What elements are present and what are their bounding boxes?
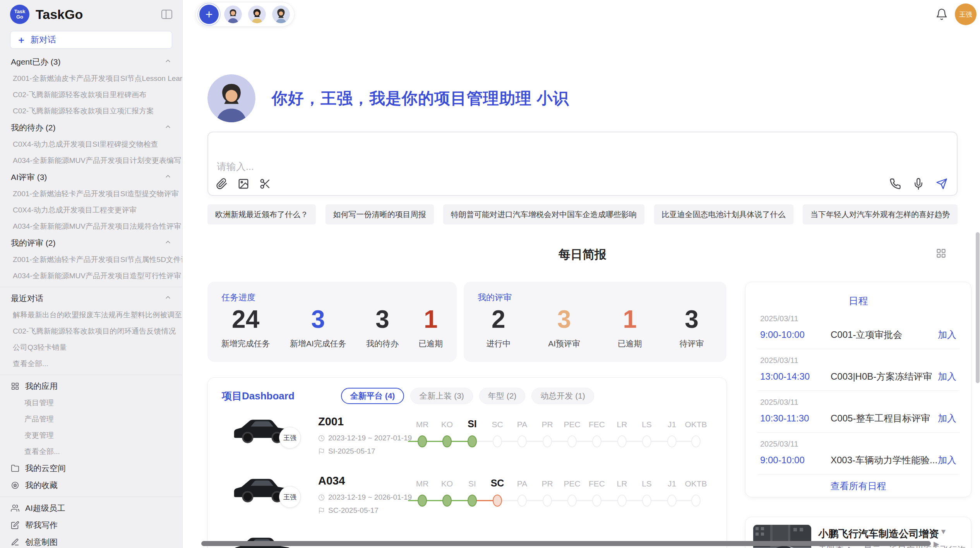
tab-year-model[interactable]: 年型 (2)	[479, 388, 526, 404]
stat-value: 1	[418, 306, 443, 333]
stat-label: 已逾期	[618, 338, 642, 349]
tab-powertrain[interactable]: 动总开发 (1)	[531, 388, 594, 404]
microphone-icon[interactable]	[913, 178, 924, 190]
sidebar-item-help-write[interactable]: 帮我写作	[0, 517, 182, 534]
suggestion-chips: 欧洲新规最近颁布了什么？ 如何写一份清晰的项目周报 特朗普可能对进口汽车增税会对…	[207, 204, 958, 224]
notification-bell-icon[interactable]	[935, 8, 948, 21]
new-chat-button[interactable]: ＋ 新对话	[10, 31, 172, 49]
app-link-change[interactable]: 变更管理	[0, 427, 182, 444]
project-flag-milestone: SC-2025-05-17	[318, 506, 379, 515]
milestone-label: PA	[517, 479, 527, 488]
schedule-date: 2025/03/11	[760, 440, 956, 449]
sidebar-section-my-review[interactable]: 我的评审 (2)	[0, 235, 182, 252]
user-avatar[interactable]: 王强	[955, 3, 977, 25]
sidebar-item[interactable]: Z001-全新燃油轻卡产品开发项目SI节点属性5D文件评审	[0, 252, 182, 268]
sidebar-item-creative-draw[interactable]: 创意制图	[0, 534, 182, 548]
collapse-sidebar-icon[interactable]	[161, 10, 172, 19]
stat-label: 待评审	[680, 338, 704, 349]
milestone-label: FEC	[589, 479, 605, 488]
attachment-icon[interactable]	[216, 178, 228, 190]
suggestion-chip[interactable]: 特朗普可能对进口汽车增税会对中国车企造成哪些影响	[443, 204, 644, 224]
send-icon[interactable]	[936, 178, 947, 190]
join-button[interactable]: 加入	[938, 412, 956, 425]
project-owner-badge: 王强	[279, 427, 301, 449]
schedule-date: 2025/03/11	[760, 398, 956, 407]
stat-value: 3	[548, 306, 580, 333]
join-button[interactable]: 加入	[938, 454, 956, 466]
milestone-label: PR	[541, 420, 553, 429]
sidebar-section-recent[interactable]: 最近对话	[0, 290, 182, 307]
apps-view-all[interactable]: 查看全部...	[0, 444, 182, 460]
sidebar-item[interactable]: A034-全新新能源MUV产品开发项目造型可行性评审	[0, 268, 182, 284]
sidebar-item-my-apps[interactable]: 我的应用	[0, 378, 182, 395]
app-link-product[interactable]: 产品管理	[0, 411, 182, 427]
chat-composer[interactable]: 请输入...	[207, 132, 958, 196]
milestone-dot	[517, 495, 527, 507]
suggestion-chip[interactable]: 比亚迪全固态电池计划具体说了什么	[654, 204, 793, 224]
logo-line-1: Task	[14, 9, 26, 14]
composer-right-tools	[889, 178, 947, 190]
suggestion-chip[interactable]: 如何写一份清晰的项目周报	[326, 204, 434, 224]
new-chat-label: 新对话	[31, 34, 56, 46]
milestone-dot	[567, 435, 577, 447]
agent-avatar[interactable]	[271, 5, 291, 24]
recent-chat-item[interactable]: 公司Q3轻卡销量	[0, 339, 182, 356]
suggestion-chip[interactable]: 当下年轻人对汽车外观有怎样的喜好趋势	[803, 204, 958, 224]
view-all-schedule-link[interactable]: 查看所有日程	[745, 480, 971, 492]
dashboard-title: 项目Dashboard	[222, 389, 295, 403]
schedule-event: X003-车辆动力学性能验...	[831, 454, 938, 466]
star-circle-icon	[11, 481, 19, 490]
recent-chat-item[interactable]: C02-飞腾新能源轻客改款项目的闭环通告反馈情况	[0, 323, 182, 339]
project-date-range: 2023-12-19 ~ 2026-01-19	[318, 493, 412, 502]
stat-in-progress: 2 进行中	[486, 306, 511, 349]
tab-new-body[interactable]: 全新上装 (3)	[410, 388, 473, 404]
milestone-dot	[642, 495, 651, 507]
milestone-label: SI	[468, 479, 476, 488]
sidebar-item[interactable]: C0X4-动力总成开发项目工程变更评审	[0, 202, 182, 218]
sidebar-item[interactable]: C02-飞腾新能源轻客改款项目立项汇报方案	[0, 103, 182, 119]
app-logo: Task Go	[10, 5, 29, 24]
sidebar-section-agent-done[interactable]: Agent已办 (3)	[0, 53, 182, 70]
scissors-icon[interactable]	[259, 178, 271, 190]
milestone-label: PA	[517, 420, 527, 429]
join-button[interactable]: 加入	[938, 370, 956, 383]
sidebar-item[interactable]: A034-全新新能源MUV产品开发项目法规符合性评审	[0, 218, 182, 235]
sidebar-header: Task Go TaskGo	[0, 0, 182, 29]
milestone-dot-done	[418, 435, 427, 447]
scroll-down-arrow[interactable]: ▼	[940, 527, 947, 536]
stat-label: AI预评审	[548, 338, 580, 349]
schedule-title: 日程	[745, 295, 971, 307]
tab-new-platform[interactable]: 全新平台 (4)	[341, 388, 404, 404]
recent-view-all[interactable]: 查看全部...	[0, 356, 182, 372]
sidebar-item[interactable]: C02-飞腾新能源轻客改款项目里程碑画布	[0, 87, 182, 103]
app-link-project[interactable]: 项目管理	[0, 395, 182, 411]
sidebar-item-ai-employee[interactable]: AI超级员工	[0, 500, 182, 517]
sidebar-item[interactable]: C0X4-动力总成开发项目SI里程碑提交物检查	[0, 136, 182, 152]
agent-avatar[interactable]	[247, 5, 267, 24]
vertical-scrollbar[interactable]	[976, 232, 980, 383]
phone-icon[interactable]	[889, 178, 901, 190]
sidebar-item[interactable]: Z001-全新燃油轻卡产品开发项目SI造型提交物评审	[0, 186, 182, 202]
sidebar-section-ai-review[interactable]: AI评审 (3)	[0, 169, 182, 186]
sidebar-item[interactable]: A034-全新新能源MUV产品开发项目计划变更表编写	[0, 152, 182, 169]
schedule-panel: 日程 2025/03/11 9:00-10:00 C001-立项审批会 加入 2…	[745, 282, 971, 497]
join-button[interactable]: 加入	[938, 329, 956, 341]
sidebar-item-favorites[interactable]: 我的收藏	[0, 477, 182, 494]
scroll-right-arrow[interactable]: ▶	[934, 539, 939, 548]
project-row[interactable]: 王强 A034 2023-12-19 ~ 2026-01-19 SC-2025-…	[208, 472, 726, 531]
sidebar-item-cloud-space[interactable]: 我的云空间	[0, 460, 182, 477]
sidebar-item[interactable]: Z001-全新燃油皮卡产品开发项目SI节点Lesson Learn报告	[0, 70, 182, 87]
favorites-label: 我的收藏	[25, 480, 58, 491]
suggestion-chip[interactable]: 欧洲新规最近颁布了什么？	[207, 204, 316, 224]
milestone-label-current: SI	[468, 418, 477, 430]
project-row[interactable]: 王强 Z001 2023-12-19 ~ 2027-01-19 SI-2025-…	[208, 413, 726, 472]
add-agent-button[interactable]: +	[199, 5, 219, 24]
sidebar-section-my-todo[interactable]: 我的待办 (2)	[0, 119, 182, 136]
layout-grid-icon[interactable]	[936, 248, 946, 259]
recent-chat-item[interactable]: 解释最新出台的欧盟报废车法规再生塑料比例被调至15%...	[0, 307, 182, 323]
image-icon[interactable]	[238, 178, 249, 190]
milestone-dot-done	[468, 495, 477, 507]
agent-avatar[interactable]	[223, 5, 243, 24]
stat-label: 新增AI完成任务	[290, 338, 346, 349]
horizontal-scrollbar[interactable]	[201, 541, 931, 546]
